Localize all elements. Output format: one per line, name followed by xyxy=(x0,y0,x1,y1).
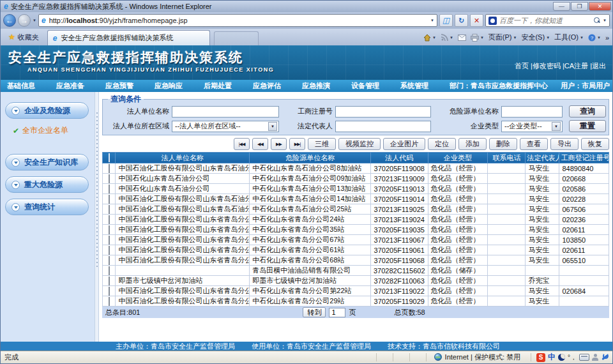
row-checkbox[interactable] xyxy=(109,215,110,224)
close-button[interactable]: ✕ xyxy=(589,2,611,11)
row-checkbox[interactable] xyxy=(109,236,110,245)
table-row: 中国石油化工股份有限公司山东省青岛分公司中石化山东省青岛分公司第22站37021… xyxy=(103,286,609,296)
address-dropdown-icon[interactable]: ▼ xyxy=(430,19,434,22)
row-checkbox[interactable] xyxy=(109,225,110,234)
fullwidth-icon[interactable] xyxy=(558,354,565,361)
search-icon[interactable] xyxy=(594,17,600,24)
toolbar-button-9[interactable]: 恢复 xyxy=(581,138,609,150)
chinese-mode-icon[interactable]: 中 xyxy=(548,352,556,363)
toolbar-button-6[interactable]: 删除 xyxy=(489,138,517,150)
page-menu[interactable]: 页面(P)▼ xyxy=(488,33,517,42)
sidebar-group-4[interactable]: 查询统计 xyxy=(5,199,89,215)
nav-item-8[interactable]: 设备管理 xyxy=(351,81,379,91)
row-checkbox[interactable] xyxy=(109,174,110,183)
search-input[interactable] xyxy=(499,17,591,24)
pager-bar: 总条目:801 转到 页 总页数:58 xyxy=(102,307,609,318)
nav-item-7[interactable]: 应急推演 xyxy=(302,81,330,91)
goto-page-input[interactable] xyxy=(329,308,345,317)
row-checkbox[interactable] xyxy=(109,195,110,204)
help-button[interactable]: ?▼ xyxy=(588,34,601,42)
legal-name-input[interactable] xyxy=(172,106,279,118)
row-checkbox[interactable] xyxy=(109,246,110,255)
row-checkbox[interactable] xyxy=(109,256,110,265)
row-checkbox[interactable] xyxy=(109,205,110,214)
nav-item-9[interactable]: 系统管理 xyxy=(400,81,428,91)
sogou-icon[interactable]: S xyxy=(536,353,545,362)
business-reg-input[interactable] xyxy=(335,106,431,118)
toolbar-button-3[interactable]: 企业图片 xyxy=(383,138,425,150)
search-dropdown-icon[interactable]: ▼ xyxy=(603,19,607,22)
keyboard-icon[interactable] xyxy=(579,354,589,361)
hazard-name-input[interactable] xyxy=(501,106,563,118)
nav-item-5[interactable]: 后期处置 xyxy=(204,81,232,91)
cell-3: 370282F110063 xyxy=(370,276,428,286)
tools-menu[interactable]: 工具(O)▼ xyxy=(554,33,584,42)
print-button[interactable]: ▼ xyxy=(471,34,484,42)
pager-nav-button-4[interactable]: ▶▶| xyxy=(289,138,305,150)
active-tab[interactable]: e 安全生产应急救援指挥辅助决策系统 xyxy=(47,30,210,45)
pager-nav-button-1[interactable]: |◀◀ xyxy=(234,138,250,150)
query-button[interactable]: 查询 xyxy=(569,105,606,118)
sidebar-group-2[interactable]: 安全生产知识库 xyxy=(5,154,89,171)
home-button[interactable]: ▼ xyxy=(423,34,436,42)
nav-item-6[interactable]: 应急评估 xyxy=(253,81,281,91)
pager-nav-button-3[interactable]: ▶▶ xyxy=(271,138,287,150)
safety-menu[interactable]: 安全(S)▼ xyxy=(521,33,550,42)
toolbar-button-4[interactable]: 定位 xyxy=(428,138,456,150)
goto-button[interactable]: 转到 xyxy=(303,307,326,317)
punctuation-icon[interactable]: °， xyxy=(568,353,577,362)
sidebar-group-1[interactable]: 企业及危险源 xyxy=(5,102,89,119)
row-checkbox[interactable] xyxy=(109,277,110,285)
overflow-chevron[interactable]: » xyxy=(605,34,609,42)
cell-2: 中石化山东青岛石油分公司8加油站 xyxy=(250,163,371,174)
row-checkbox[interactable] xyxy=(109,164,110,173)
nav-item-1[interactable]: 基础信息 xyxy=(7,81,35,91)
toolbar-button-1[interactable]: 三维 xyxy=(308,138,336,150)
account-icon[interactable] xyxy=(592,354,598,361)
toolbar-button-5[interactable]: 添加 xyxy=(458,138,487,150)
sidebar-item-active[interactable]: ✔全市企业名单 xyxy=(5,125,89,144)
feeds-button[interactable]: ▼ xyxy=(441,34,453,42)
stop-button[interactable]: ✕ xyxy=(470,14,483,27)
nav-item-2[interactable]: 应急准备 xyxy=(56,81,84,91)
compatibility-button[interactable]: ◫ xyxy=(439,14,453,27)
nav-item-4[interactable]: 应急响应 xyxy=(155,81,183,91)
minimize-button[interactable]: — xyxy=(553,2,570,11)
cell-3: 370213F119024 xyxy=(370,215,428,225)
reset-button[interactable]: 重置 xyxy=(569,120,606,132)
search-box[interactable]: ▼ xyxy=(485,14,610,27)
company-type-select[interactable]: --企业类型--▼ xyxy=(501,121,563,132)
favorites-button[interactable]: ★ 收藏夹 xyxy=(4,31,43,45)
compat-icon: ◫ xyxy=(443,17,450,24)
sidebar-splitter[interactable] xyxy=(95,92,99,351)
history-dropdown-icon[interactable]: ▼ xyxy=(33,19,36,22)
maximize-button[interactable]: ❐ xyxy=(571,2,588,11)
sidebar-group-3[interactable]: 重大危险源 xyxy=(5,176,89,193)
top-link-4[interactable]: 退出 xyxy=(592,62,606,70)
toolbar-button-8[interactable]: 导出 xyxy=(550,138,579,150)
toolbar-button-7[interactable]: 查看 xyxy=(520,138,548,150)
mail-button[interactable] xyxy=(458,34,466,41)
top-link-3[interactable]: CA注册 xyxy=(564,62,588,70)
new-tab-button[interactable] xyxy=(214,31,259,45)
back-button[interactable]: ← xyxy=(3,14,16,27)
region-select[interactable]: --法人单位所在区域--▼ xyxy=(172,121,279,132)
select-all-checkbox[interactable] xyxy=(109,153,110,162)
row-checkbox[interactable] xyxy=(109,297,110,306)
forward-button[interactable]: → xyxy=(18,14,31,27)
legal-rep-input[interactable] xyxy=(335,121,431,132)
address-field[interactable]: e http://localhost:90/yjzh/frame/homepag… xyxy=(38,14,437,27)
settings-wrench-icon[interactable] xyxy=(601,353,609,361)
pager-nav-button-2[interactable]: ◀◀ xyxy=(252,138,268,150)
top-link-1[interactable]: 首页 xyxy=(515,62,529,70)
row-checkbox[interactable] xyxy=(109,287,110,296)
cell-2: 中石化山东省青岛分公司68站 xyxy=(250,255,371,266)
refresh-button[interactable]: ↻ xyxy=(455,14,468,27)
row-checkbox[interactable] xyxy=(109,266,110,275)
top-link-2[interactable]: 修改密码 xyxy=(533,62,561,70)
cell-1 xyxy=(116,266,250,276)
row-checkbox[interactable] xyxy=(109,185,110,193)
cell-5 xyxy=(488,266,526,276)
toolbar-button-2[interactable]: 视频监控 xyxy=(338,138,381,150)
nav-item-3[interactable]: 应急预警 xyxy=(105,81,133,91)
